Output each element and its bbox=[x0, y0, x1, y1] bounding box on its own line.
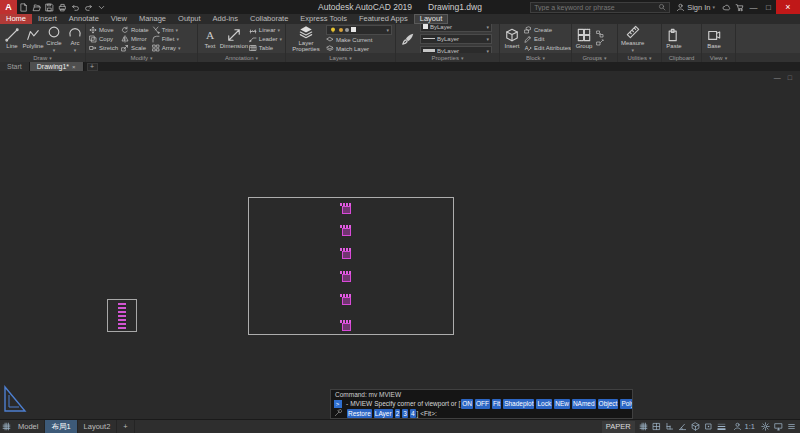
ribbon-tab-express-tools[interactable]: Express Tools bbox=[294, 14, 353, 24]
paper-space-toggle[interactable]: PAPER bbox=[602, 421, 635, 433]
isodraft-icon[interactable] bbox=[690, 421, 702, 433]
window-close-button[interactable]: × bbox=[776, 0, 800, 14]
command-option[interactable]: 2 bbox=[395, 409, 401, 419]
rotate-button[interactable]: Rotate bbox=[121, 25, 149, 34]
ortho-icon[interactable] bbox=[664, 421, 676, 433]
undo-icon[interactable] bbox=[69, 1, 82, 14]
object-color-select[interactable]: ByLayer▾ bbox=[420, 24, 492, 32]
copy-button[interactable]: Copy bbox=[89, 34, 118, 43]
ribbon-tab-featured-apps[interactable]: Featured Apps bbox=[353, 14, 414, 24]
gear-icon[interactable] bbox=[759, 421, 771, 433]
ribbon-tab-annotate[interactable]: Annotate bbox=[63, 14, 105, 24]
panel-label-utilities[interactable]: Utilities▾ bbox=[618, 53, 661, 62]
table-button[interactable]: Table bbox=[249, 43, 282, 52]
ribbon-tab-collaborate[interactable]: Collaborate bbox=[244, 14, 294, 24]
a360-cloud-icon[interactable] bbox=[720, 1, 733, 14]
create-block-button[interactable]: Create bbox=[524, 25, 571, 34]
command-option[interactable]: Object bbox=[598, 399, 619, 409]
ribbon-tab-home[interactable]: Home bbox=[0, 14, 32, 24]
panel-label-draw[interactable]: Draw▾ bbox=[0, 53, 85, 62]
search-icon[interactable] bbox=[658, 3, 666, 11]
ribbon-tab-view[interactable]: View bbox=[105, 14, 133, 24]
layer-properties-button[interactable]: Layer Properties bbox=[289, 25, 323, 53]
close-tab-icon[interactable]: × bbox=[72, 64, 76, 70]
trim-button[interactable]: Trim▾ bbox=[152, 25, 181, 34]
customize-wrench-icon[interactable] bbox=[334, 409, 342, 417]
customize-icon[interactable] bbox=[785, 421, 797, 433]
qat-dropdown-icon[interactable] bbox=[95, 1, 108, 14]
layer-select[interactable]: ▾ bbox=[326, 25, 392, 35]
ribbon-tab-manage[interactable]: Manage bbox=[133, 14, 172, 24]
file-tab-start[interactable]: Start bbox=[0, 62, 30, 71]
paper-viewport[interactable] bbox=[248, 197, 454, 335]
polyline-button[interactable]: Polyline bbox=[24, 28, 42, 50]
command-option[interactable]: ON bbox=[461, 399, 473, 409]
app-store-icon[interactable] bbox=[733, 1, 746, 14]
dimension-button[interactable]: Dimension bbox=[222, 28, 246, 50]
window-restore-button[interactable]: □ bbox=[761, 0, 776, 14]
text-button[interactable]: AText bbox=[201, 28, 219, 50]
panel-label-modify[interactable]: Modify▾ bbox=[86, 53, 197, 62]
panel-label-clipboard[interactable]: Clipboard bbox=[662, 53, 701, 62]
ribbon-tab-layout[interactable]: Layout bbox=[414, 14, 449, 24]
command-option[interactable]: Restore bbox=[347, 409, 372, 419]
command-option[interactable]: NEw bbox=[554, 399, 570, 409]
doc-restore-icon[interactable]: □ bbox=[788, 74, 792, 81]
arc-button[interactable]: Arc▾ bbox=[66, 25, 84, 52]
array-button[interactable]: Array▾ bbox=[152, 43, 181, 52]
window-minimize-button[interactable]: — bbox=[746, 0, 761, 14]
command-option[interactable]: LAyer bbox=[374, 409, 393, 419]
sign-in-button[interactable]: Sign In ▾ bbox=[670, 1, 720, 14]
ribbon-tab-addins[interactable]: Add-ins bbox=[207, 14, 244, 24]
stretch-button[interactable]: Stretch bbox=[89, 43, 118, 52]
command-option[interactable]: NAmed bbox=[572, 399, 596, 409]
base-view-button[interactable]: Base bbox=[705, 28, 723, 50]
match-layer-button[interactable]: Match Layer bbox=[326, 45, 392, 54]
command-option[interactable]: Shadeplot bbox=[503, 399, 534, 409]
small-rectangle-object[interactable] bbox=[107, 299, 137, 332]
fillet-button[interactable]: Fillet▾ bbox=[152, 34, 181, 43]
measure-button[interactable]: Measure▾ bbox=[621, 25, 644, 52]
redo-icon[interactable] bbox=[82, 1, 95, 14]
command-option[interactable]: OFF bbox=[475, 399, 490, 409]
leader-button[interactable]: Leader▾ bbox=[249, 34, 282, 43]
command-option[interactable]: 3 bbox=[402, 409, 408, 419]
new-layout-button[interactable]: + bbox=[117, 420, 134, 433]
lineweight-select[interactable]: ByLayer▾ bbox=[420, 46, 492, 54]
annotation-scale-button[interactable]: 1:1 bbox=[729, 421, 758, 433]
make-current-button[interactable]: Make Current bbox=[326, 36, 392, 45]
magenta-block[interactable] bbox=[339, 319, 353, 331]
paste-button[interactable]: Paste bbox=[665, 28, 683, 50]
command-option[interactable]: Fit bbox=[492, 399, 501, 409]
insert-block-button[interactable]: Insert bbox=[503, 28, 521, 50]
osnap-icon[interactable] bbox=[703, 421, 715, 433]
save-icon[interactable] bbox=[43, 1, 56, 14]
ribbon-tab-insert[interactable]: Insert bbox=[32, 14, 63, 24]
monitor-icon[interactable] bbox=[772, 421, 784, 433]
help-search-box[interactable] bbox=[530, 2, 670, 13]
grid-icon[interactable] bbox=[638, 421, 650, 433]
file-tab-drawing1[interactable]: Drawing1*× bbox=[30, 62, 84, 71]
linear-button[interactable]: Linear▾ bbox=[249, 25, 282, 34]
snap-icon[interactable] bbox=[651, 421, 663, 433]
app-menu-button[interactable]: A bbox=[0, 0, 17, 14]
search-input[interactable] bbox=[534, 4, 656, 11]
open-file-icon[interactable] bbox=[30, 1, 43, 14]
new-file-icon[interactable] bbox=[17, 1, 30, 14]
plot-icon[interactable] bbox=[56, 1, 69, 14]
panel-label-groups[interactable]: Groups▾ bbox=[572, 53, 617, 62]
edit-block-button[interactable]: Edit bbox=[524, 34, 571, 43]
ungroup-button[interactable] bbox=[596, 30, 604, 39]
group-button[interactable]: Group bbox=[575, 28, 593, 50]
panel-label-layers[interactable]: Layers▾ bbox=[286, 53, 395, 62]
magenta-block[interactable] bbox=[339, 270, 353, 282]
panel-label-block[interactable]: Block▾ bbox=[500, 53, 571, 62]
drawing-canvas[interactable]: — □ Command: mv MVIEW > bbox=[0, 71, 800, 419]
model-tab[interactable]: Model bbox=[12, 420, 45, 433]
move-button[interactable]: Move bbox=[89, 25, 118, 34]
new-drawing-button[interactable]: + bbox=[87, 63, 98, 71]
layout-tabs-icon[interactable] bbox=[0, 421, 12, 433]
polar-icon[interactable] bbox=[677, 421, 689, 433]
layout1-tab[interactable]: 布局1 bbox=[45, 420, 77, 433]
layout2-tab[interactable]: Layout2 bbox=[78, 420, 118, 433]
